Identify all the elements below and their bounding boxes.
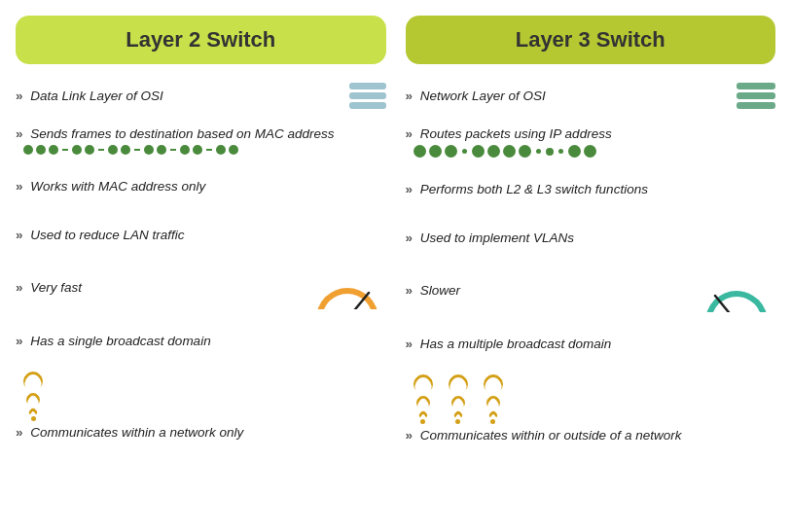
l3-text-5: » Slower: [406, 283, 681, 298]
l2-text-1: » Data Link Layer of OSI: [16, 89, 340, 103]
l2-row-2-wrapper: » Sends frames to destination based on M…: [16, 126, 386, 155]
l2-row-1: » Data Link Layer of OSI: [16, 78, 386, 113]
l3-text-4: » Used to implement VLANs: [406, 231, 776, 245]
l2-text-4: » Used to reduce LAN traffic: [16, 228, 386, 242]
l3-text-3: » Performs both L2 & L3 switch functions: [406, 182, 776, 196]
wifi-icon-l3-3: [484, 374, 503, 424]
gauge-fast-svg: [308, 266, 386, 309]
l2-row-3: » Works with MAC address only: [16, 168, 386, 203]
l3-header: Layer 3 Switch: [406, 16, 776, 64]
l2-title: Layer 2 Switch: [126, 27, 275, 52]
l2-text-2: » Sends frames to destination based on M…: [16, 126, 386, 141]
main-container: Layer 2 Switch » Data Link Layer of OSI …: [16, 16, 775, 443]
ip-dots-l3: [413, 145, 776, 158]
l2-text-7: » Communicates within a network only: [16, 425, 386, 440]
l3-row-1: » Network Layer of OSI: [406, 78, 776, 113]
wifi-icon-l3-2: [449, 374, 468, 424]
l3-row-2-wrapper: » Routes packets using IP address: [406, 126, 776, 158]
wifi-icon-l2: [23, 372, 43, 421]
l3-text-1: » Network Layer of OSI: [406, 89, 728, 103]
l2-text-5: » Very fast: [16, 280, 291, 295]
l3-title: Layer 3 Switch: [516, 27, 665, 52]
l3-column: Layer 3 Switch » Network Layer of OSI » …: [406, 16, 776, 443]
l2-row-6: » Has a single broadcast domain: [16, 323, 386, 358]
wifi-icon-l3-1: [413, 374, 433, 424]
l2-text-3: » Works with MAC address only: [16, 179, 386, 194]
l3-row-3: » Performs both L2 & L3 switch functions: [406, 171, 776, 206]
l2-row-5: » Very fast: [16, 266, 386, 309]
l2-row-4: » Used to reduce LAN traffic: [16, 217, 386, 252]
mac-dots-l2: [23, 145, 386, 155]
l3-text-2: » Routes packets using IP address: [406, 126, 776, 141]
switch-icon-l2: [349, 83, 386, 109]
l2-text-6: » Has a single broadcast domain: [16, 334, 386, 348]
l3-row-6: » Has a multiple broadcast domain: [406, 326, 776, 361]
l3-row-5: » Slower: [406, 268, 776, 312]
l2-row-7-wrapper: » Communicates within a network only: [16, 372, 386, 440]
gauge-fast: [308, 266, 386, 309]
l3-row-4: » Used to implement VLANs: [406, 220, 776, 255]
gauge-slow-svg: [698, 268, 775, 312]
l3-row-7-wrapper: » Communicates within or outside of a ne…: [406, 374, 776, 443]
l3-row-7-icons: [406, 374, 776, 424]
l2-column: Layer 2 Switch » Data Link Layer of OSI …: [16, 16, 386, 443]
l3-text-6: » Has a multiple broadcast domain: [406, 337, 776, 351]
l2-header: Layer 2 Switch: [16, 16, 386, 64]
l2-row-7: [16, 372, 386, 421]
switch-icon-l3: [737, 83, 775, 109]
gauge-slow: [698, 268, 775, 312]
bullet-1: »: [16, 89, 23, 103]
l3-text-7: » Communicates within or outside of a ne…: [406, 428, 776, 443]
